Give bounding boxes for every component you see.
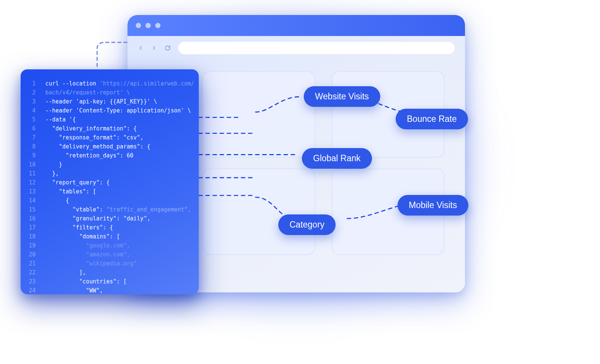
forward-icon[interactable] <box>151 45 158 51</box>
url-bar[interactable] <box>178 41 455 55</box>
reload-icon[interactable] <box>164 45 171 51</box>
back-icon[interactable] <box>137 45 144 51</box>
metric-pill-website-visits[interactable]: Website Visits <box>304 86 380 107</box>
window-control-close-icon[interactable] <box>136 23 141 28</box>
metric-pill-global-rank[interactable]: Global Rank <box>302 148 372 169</box>
browser-toolbar <box>128 36 465 60</box>
dashboard-panel-tl <box>202 71 315 157</box>
code-line-numbers: 123456789101112131415161718192021222324 <box>27 79 36 294</box>
code-source: curl --location 'https://api.similarweb.… <box>45 79 194 294</box>
metric-pill-category[interactable]: Category <box>278 214 336 235</box>
window-control-minimize-icon[interactable] <box>146 23 151 28</box>
code-panel: 123456789101112131415161718192021222324 … <box>21 69 199 294</box>
metric-pill-bounce-rate[interactable]: Bounce Rate <box>396 109 468 129</box>
metric-pill-mobile-visits[interactable]: Mobile Visits <box>398 195 468 216</box>
dashboard-panel-bl <box>202 169 315 255</box>
browser-titlebar <box>128 15 465 36</box>
window-control-zoom-icon[interactable] <box>155 23 160 28</box>
